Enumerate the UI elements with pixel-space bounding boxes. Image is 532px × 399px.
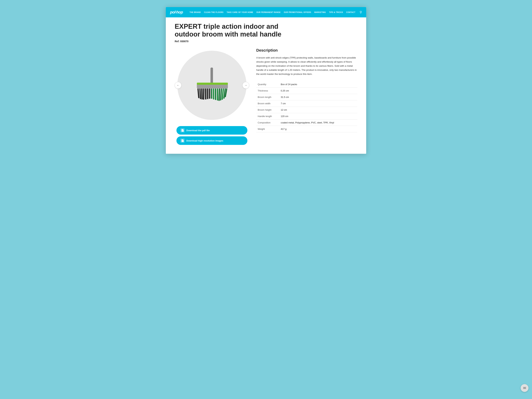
spec-label: Composition [256, 120, 279, 126]
spec-value: 0.25 cm [279, 88, 357, 94]
next-button[interactable]: → [242, 82, 249, 89]
spec-label: Thickness [256, 88, 279, 94]
spec-label: Handle length [256, 113, 279, 120]
svg-rect-9 [209, 89, 210, 99]
navbar: pol·hop THE BRANDCLEAN THE FLOORSTAKE CA… [166, 7, 366, 17]
product-body: ← [175, 48, 357, 145]
nav-links: THE BRANDCLEAN THE FLOORSTAKE CARE OF YO… [190, 11, 355, 13]
spec-row: Weight 417 g [256, 126, 357, 132]
svg-rect-13 [217, 89, 218, 101]
pdf-icon: 📄 [180, 128, 185, 133]
download-buttons: 📄 Download the pdf file 📄 Download high … [175, 126, 249, 145]
contact-float-button[interactable]: ✉ [521, 384, 528, 392]
nav-link-the-brand[interactable]: THE BRAND [190, 11, 201, 13]
description-text: A broom with anti-shock edges (TPR) prot… [256, 56, 357, 76]
spec-value: 12 cm [279, 107, 357, 113]
spec-row: Handle length 120 cm [256, 113, 357, 120]
nav-link-our-promotional-offers[interactable]: OUR PROMOTIONAL OFFERS [284, 11, 311, 13]
specs-table: Quantity Box of 24 packs Thickness 0.25 … [256, 81, 357, 132]
nav-link-our-permanent-range[interactable]: OUR PERMANENT RANGE [256, 11, 281, 13]
browser-window: pol·hop THE BRANDCLEAN THE FLOORSTAKE CA… [166, 7, 366, 154]
spec-label: Weight [256, 126, 279, 132]
svg-rect-0 [210, 68, 213, 83]
nav-link-clean-the-floors[interactable]: CLEAN THE FLOORS [204, 11, 223, 13]
nav-link-take-care-of-your-home[interactable]: TAKE CARE OF YOUR HOME [227, 11, 253, 13]
spec-row: Broom height 12 cm [256, 107, 357, 113]
spec-value: 7 cm [279, 100, 357, 107]
product-image-circle [177, 51, 247, 120]
nav-link-contact[interactable]: CONTACT [346, 11, 355, 13]
spec-value: 31.5 cm [279, 94, 357, 100]
svg-rect-3 [197, 89, 200, 98]
page-content: EXPERT triple action indoor and outdoor … [166, 17, 366, 154]
download-images-button[interactable]: 📄 Download high resolution images [177, 136, 247, 145]
product-ref: Ref: 930070 [175, 40, 357, 43]
svg-rect-4 [199, 89, 201, 99]
image-area: ← [175, 48, 249, 145]
spec-row: Broom width 7 cm [256, 100, 357, 107]
nav-link-marketing[interactable]: MARKETING [314, 11, 326, 13]
spec-row: Quantity Box of 24 packs [256, 81, 357, 88]
spec-label: Quantity [256, 81, 279, 88]
svg-rect-8 [207, 89, 208, 99]
brand-logo[interactable]: pol·hop [170, 10, 183, 14]
spec-row: Composition coated metal, Polypropylene,… [256, 120, 357, 126]
spec-row: Thickness 0.25 cm [256, 88, 357, 94]
image-download-icon: 📄 [180, 139, 185, 143]
svg-rect-11 [213, 89, 214, 100]
search-icon[interactable]: ⚲ [360, 10, 362, 14]
product-image-svg [184, 66, 240, 105]
prev-button[interactable]: ← [175, 82, 181, 89]
spec-row: Broom length 31.5 cm [256, 94, 357, 100]
nav-link-tips-&-tricks[interactable]: TIPS & TRICKS [329, 11, 343, 13]
svg-rect-2 [197, 83, 228, 85]
svg-rect-14 [218, 89, 220, 101]
spec-label: Broom height [256, 107, 279, 113]
svg-rect-7 [205, 89, 206, 100]
download-pdf-button[interactable]: 📄 Download the pdf file [177, 126, 247, 135]
spec-value: 120 cm [279, 113, 357, 120]
description-area: Description A broom with anti-shock edge… [256, 48, 357, 132]
product-title: EXPERT triple action indoor and outdoor … [175, 23, 295, 38]
svg-rect-5 [201, 89, 203, 100]
spec-label: Broom width [256, 100, 279, 107]
image-carousel: ← [175, 48, 249, 122]
spec-value: Box of 24 packs [279, 81, 357, 88]
svg-rect-10 [211, 89, 212, 99]
spec-value: 417 g [279, 126, 357, 132]
svg-rect-6 [203, 89, 204, 100]
description-heading: Description [256, 48, 357, 53]
spec-label: Broom length [256, 94, 279, 100]
svg-rect-12 [215, 89, 216, 100]
spec-value: coated metal, Polypropylene, PVC, steel,… [279, 120, 357, 126]
